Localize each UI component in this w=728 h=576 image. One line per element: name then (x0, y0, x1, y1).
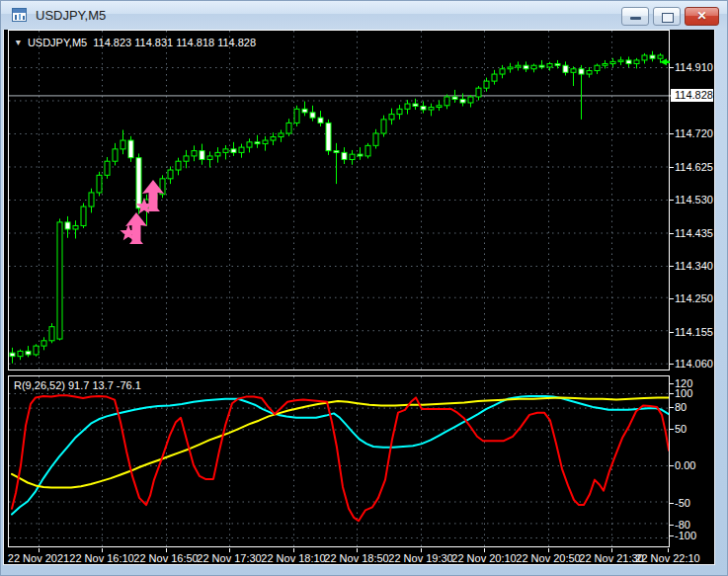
header-low: 114.818 (176, 37, 214, 48)
indicator-scale-label: 80 (675, 402, 687, 413)
chart-client-area[interactable] (4, 30, 714, 564)
time-axis-label: 22 Nov 17:30 (197, 552, 261, 564)
title-bar[interactable]: USDJPY,M5 ✕ (1, 1, 727, 30)
window-title: USDJPY,M5 (36, 8, 106, 23)
time-axis-label: 22 Nov 20:10 (451, 552, 516, 564)
time-axis-label: 22 Nov 21:30 (579, 552, 643, 564)
price-scale-label: 114.155 (675, 327, 713, 338)
indicator-scale-label: 50 (675, 424, 687, 435)
time-axis-label: 22 Nov 2021 (8, 552, 69, 564)
price-scale-label: 114.250 (675, 293, 713, 304)
indicator-value-2: 13.7 (92, 379, 113, 391)
price-scale-label: 114.340 (675, 261, 713, 272)
price-scale-label: 114.530 (675, 195, 713, 206)
chart-ohlc-header: ▼USDJPY,M5 114.823114.831114.818114.828 (13, 37, 259, 48)
time-axis-label: 22 Nov 16:50 (133, 552, 198, 564)
indicator-name: R(9,26,52) (14, 379, 65, 391)
time-axis-label: 22 Nov 19:30 (388, 552, 452, 564)
price-scale-label: 114.720 (675, 128, 713, 139)
header-close: 114.828 (217, 37, 256, 48)
time-axis-label: 22 Nov 20:50 (516, 552, 580, 564)
minimize-button[interactable] (621, 7, 649, 26)
time-axis-label: 22 Nov 22:10 (635, 552, 699, 564)
indicator-scale-label: 0.00 (675, 460, 695, 471)
minimize-icon (630, 17, 641, 20)
header-high: 114.831 (134, 37, 173, 48)
price-scale-label: 114.435 (675, 228, 713, 239)
indicator-value-1: 91.7 (68, 379, 89, 391)
chevron-down-icon[interactable]: ▼ (14, 38, 23, 47)
price-scale-label: 114.060 (675, 359, 713, 370)
close-icon: ✕ (696, 9, 706, 23)
chart-window-icon (12, 8, 28, 23)
header-open: 114.823 (93, 37, 131, 48)
price-scale-label: 114.910 (675, 62, 713, 73)
current-price-box: 114.828 (671, 89, 713, 102)
chart-window: USDJPY,M5 ✕ ▼USDJPY,M5 114.823114.831114… (0, 0, 728, 576)
price-scale-label: 114.625 (675, 162, 713, 173)
indicator-scale-label: -100 (675, 531, 696, 541)
restore-icon (662, 13, 674, 23)
indicator-label: R(9,26,52)91.713.7-76.1 (14, 379, 144, 391)
restore-button[interactable] (653, 7, 681, 26)
indicator-scale-label: -50 (675, 498, 690, 509)
indicator-scale-label: 100 (675, 388, 692, 399)
indicator-value-3: -76.1 (117, 379, 141, 391)
time-axis-label: 22 Nov 16:10 (69, 552, 133, 564)
header-symbol: USDJPY,M5 (28, 37, 87, 48)
close-button[interactable]: ✕ (685, 7, 719, 26)
time-axis-label: 22 Nov 18:50 (324, 552, 388, 564)
time-axis-label: 22 Nov 18:10 (261, 552, 325, 564)
